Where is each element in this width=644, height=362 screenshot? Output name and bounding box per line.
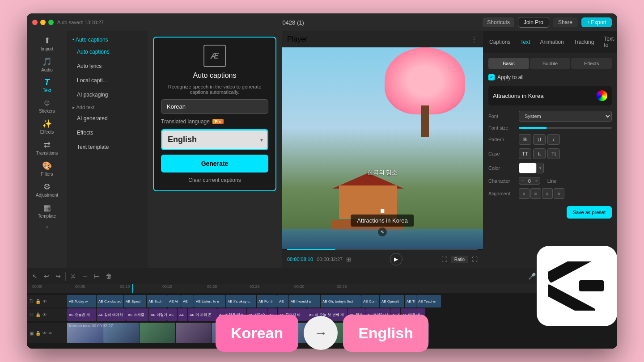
lock-icon-kr[interactable]: 🔒 — [35, 312, 41, 317]
select-tool[interactable]: ↖ — [30, 271, 39, 282]
tool-text[interactable]: T Text — [29, 75, 65, 96]
case-titlecase-button[interactable]: Tt — [547, 148, 560, 159]
font-select[interactable]: System — [519, 111, 612, 122]
clip-kr-1[interactable]: AE 오늘은 게 — [67, 308, 96, 321]
sidebar-item-effects[interactable]: Effects — [70, 126, 145, 139]
undo-tool[interactable]: ↩ — [42, 271, 51, 282]
underline-button[interactable]: U — [533, 134, 546, 145]
style-tab-basic[interactable]: Basic — [488, 58, 529, 69]
clip-kr-15[interactable]: AE 태 — [390, 308, 400, 321]
clip-en-7[interactable]: AE Listen, to e — [194, 295, 225, 307]
font-size-slider[interactable] — [519, 127, 612, 129]
sidebar-item-ai-packaging[interactable]: AI packaging — [70, 88, 145, 101]
clip-kr-6[interactable]: AE — [178, 308, 187, 321]
crop-icon[interactable]: ⛶ — [441, 256, 447, 263]
color-orb-icon[interactable] — [597, 90, 607, 101]
clip-en-4[interactable]: AE Such — [147, 295, 167, 307]
bold-button[interactable]: B — [519, 134, 531, 145]
sidebar-item-ai-generated[interactable]: AI generated — [70, 112, 145, 125]
clip-kr-3[interactable]: AE 스케줄 — [126, 308, 148, 321]
clip-en-8[interactable]: AE It's okay tc — [226, 295, 256, 307]
case-uppercase-button[interactable]: TT — [519, 148, 531, 159]
video-clip-5[interactable] — [212, 323, 248, 343]
italic-button[interactable]: I — [547, 134, 560, 145]
player-menu-icon[interactable]: ⋮ — [470, 35, 478, 44]
video-clip-6[interactable] — [248, 323, 284, 343]
tab-tracking[interactable]: Tracking — [569, 36, 599, 48]
align-right-button[interactable]: ≡ — [542, 188, 553, 199]
color-picker[interactable] — [519, 163, 537, 173]
video-track-lock[interactable]: 🔒 — [35, 331, 41, 336]
case-lowercase-button[interactable]: tt — [533, 148, 546, 159]
maximize-button[interactable] — [48, 20, 54, 25]
trim-right-tool[interactable]: ⊢ — [92, 271, 101, 282]
tool-adjustment[interactable]: ⚙ Adjustment — [29, 179, 65, 200]
playhead[interactable] — [132, 284, 133, 293]
sidebar-item-local-captions[interactable]: Local capti... — [70, 74, 145, 87]
source-language-select[interactable]: Korean — [161, 99, 268, 114]
clip-kr-16[interactable]: AE 태음 범 — [401, 308, 425, 321]
save-preset-button[interactable]: Save as preset — [567, 206, 612, 219]
join-pro-button[interactable]: Join Pro — [518, 17, 549, 28]
clip-kr-5[interactable]: AE — [167, 308, 177, 321]
clip-en-9[interactable]: AE For tl — [257, 295, 277, 307]
clip-kr-4[interactable]: AE 이렇거 — [149, 308, 167, 321]
clip-kr-2[interactable]: AE 길이 에게하 — [97, 308, 126, 321]
tool-filters[interactable]: 🎨 Filters — [29, 158, 65, 179]
clip-en-3[interactable]: AE Speci — [124, 295, 146, 307]
clip-kr-13[interactable]: AE 캠프 — [348, 308, 365, 321]
apply-all-checkbox[interactable]: ✓ — [488, 74, 495, 80]
align-left-button[interactable]: ≡ — [519, 188, 530, 199]
tool-effects[interactable]: ✨ Effects — [29, 116, 65, 137]
tool-stickers[interactable]: ☺ Stickers — [29, 96, 65, 116]
clip-en-12[interactable]: AE Oh, today's first — [321, 295, 361, 307]
grid-icon[interactable]: ⊞ — [346, 256, 351, 263]
clip-en-15[interactable]: AE Th — [405, 295, 416, 307]
style-tab-effects[interactable]: Effects — [571, 58, 612, 69]
color-dropdown-icon[interactable]: ▼ — [537, 163, 544, 173]
video-clip-10[interactable] — [393, 323, 429, 343]
sidebar-item-text-template[interactable]: Text template — [70, 140, 145, 154]
shortcuts-button[interactable]: Shortcuts — [483, 17, 514, 27]
style-tab-bubble[interactable]: Bubble — [530, 58, 571, 69]
clip-kr-10[interactable]: AE — [267, 308, 277, 321]
character-increase[interactable]: + — [533, 177, 540, 184]
play-button[interactable]: ▶ — [390, 253, 402, 265]
tool-template[interactable]: ▦ Template — [29, 200, 65, 221]
character-decrease[interactable]: − — [519, 177, 526, 184]
tool-import[interactable]: ⬆ Import — [29, 33, 65, 54]
generate-button[interactable]: Generate — [161, 155, 268, 173]
video-clip-8[interactable] — [321, 323, 356, 343]
tool-transitions[interactable]: ⇄ Transitions — [29, 137, 65, 158]
tab-text[interactable]: Text — [516, 36, 534, 48]
clip-en-1[interactable]: AE Today w — [67, 295, 96, 307]
lock-icon[interactable]: 🔒 — [35, 299, 41, 304]
clip-en-5[interactable]: AE At — [167, 295, 181, 307]
video-track-edit[interactable]: ✏ — [49, 331, 52, 336]
video-track-eye[interactable]: 👁 — [42, 331, 47, 336]
tool-audio[interactable]: 🎵 Audio — [29, 54, 65, 75]
redo-tool[interactable]: ↪ — [54, 271, 63, 282]
clip-en-14[interactable]: AE Operati — [380, 295, 404, 307]
clip-kr-7[interactable]: AE 어 자취 곤 — [188, 308, 217, 321]
clip-kr-12[interactable]: AE 어 오늘 첫 번째 게 — [307, 308, 347, 321]
video-clip-4[interactable] — [176, 323, 212, 343]
fullscreen-icon[interactable]: ⛶ — [472, 256, 478, 263]
ratio-button[interactable]: Ratio — [451, 256, 468, 263]
tab-captions[interactable]: Captions — [485, 36, 515, 48]
clip-kr-9[interactable]: AE 자막으 — [247, 308, 267, 321]
clip-en-2[interactable]: AE Conducted — [97, 295, 123, 307]
clip-en-13[interactable]: AE Com — [361, 295, 379, 307]
clip-kr-14[interactable]: AE 코리안 사 — [365, 308, 390, 321]
delete-tool[interactable]: 🗑 — [104, 271, 114, 282]
mic-icon[interactable]: 🎤 — [526, 271, 538, 282]
eye-icon[interactable]: 👁 — [42, 299, 47, 304]
clip-en-16[interactable]: AE Teacher — [416, 295, 441, 307]
sidebar-item-auto-captions[interactable]: Auto captions — [70, 45, 145, 59]
add-text-header[interactable]: ▸ Add text — [67, 102, 148, 111]
clip-en-6[interactable]: AE — [181, 295, 194, 307]
video-clip-7[interactable] — [284, 323, 320, 343]
trim-left-tool[interactable]: ⊣ — [80, 271, 89, 282]
eye-icon-kr[interactable]: 👁 — [42, 312, 47, 317]
edit-caption-icon[interactable]: ✎ — [378, 227, 387, 236]
